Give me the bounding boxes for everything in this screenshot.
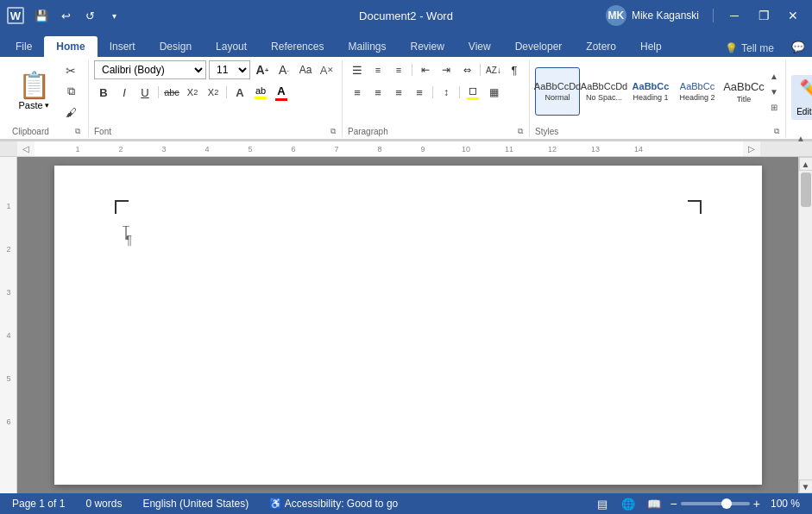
- tab-home[interactable]: Home: [44, 36, 97, 57]
- scroll-down-button[interactable]: ▼: [799, 480, 813, 493]
- font-row-1: Calibri (Body) 11 A+ A- Aa A✕: [94, 60, 337, 79]
- zoom-percent[interactable]: 100 %: [767, 496, 803, 511]
- svg-text:1: 1: [75, 145, 79, 154]
- tab-developer[interactable]: Developer: [503, 36, 575, 57]
- justify-button[interactable]: ≡: [410, 83, 429, 102]
- shrink-font-button[interactable]: A-: [274, 60, 293, 79]
- save-button[interactable]: 💾: [31, 5, 52, 26]
- scroll-thumb[interactable]: [801, 172, 811, 207]
- paragraph-group: ☰ ≡ ≡ ⇤ ⇥ ⇔ AZ↓ ¶ ≡ ≡ ≡ ≡ ↕: [343, 60, 530, 137]
- font-size-select[interactable]: 11: [209, 60, 250, 79]
- document-area[interactable]: ¶: [17, 157, 798, 493]
- clipboard-expand-icon[interactable]: ⧉: [74, 126, 81, 137]
- sort-button[interactable]: AZ↓: [484, 60, 503, 79]
- tab-design[interactable]: Design: [148, 36, 204, 57]
- print-layout-button[interactable]: ▤: [593, 494, 612, 513]
- format-painter-button[interactable]: 🖌: [60, 102, 81, 122]
- restore-button[interactable]: ❐: [752, 3, 776, 28]
- multilevel-list-button[interactable]: ≡: [389, 60, 408, 79]
- tab-layout[interactable]: Layout: [204, 36, 259, 57]
- tab-insert[interactable]: Insert: [98, 36, 148, 57]
- change-case-button[interactable]: Aa: [296, 60, 315, 79]
- status-words[interactable]: 0 words: [82, 496, 125, 511]
- tab-review[interactable]: Review: [398, 36, 456, 57]
- grow-font-button[interactable]: A+: [253, 60, 272, 79]
- clipboard-side: ✂ ⧉ 🖌: [57, 60, 81, 122]
- italic-button[interactable]: I: [115, 83, 134, 102]
- web-layout-button[interactable]: 🌐: [619, 494, 638, 513]
- zoom-thumb[interactable]: [721, 498, 732, 509]
- subscript-button[interactable]: X2: [183, 83, 202, 102]
- strikethrough-button[interactable]: abc: [162, 83, 181, 102]
- editing-button[interactable]: ✏️ Editing ▾: [791, 75, 812, 120]
- status-page[interactable]: Page 1 of 1: [9, 496, 68, 511]
- document-page[interactable]: ¶: [54, 166, 762, 485]
- borders-button[interactable]: ▦: [484, 83, 503, 102]
- style-heading1[interactable]: AaBbCc Heading 1: [628, 67, 673, 116]
- redo-button[interactable]: ↺: [79, 5, 100, 26]
- paste-label: Paste: [18, 100, 42, 110]
- scroll-track[interactable]: [799, 171, 813, 480]
- zoom-slider[interactable]: − +: [670, 497, 760, 511]
- style-no-spacing-label: No Spac...: [586, 93, 622, 102]
- bullets-button[interactable]: ☰: [348, 60, 367, 79]
- tab-mailings[interactable]: Mailings: [336, 36, 398, 57]
- style-title[interactable]: AaBbCc Title: [721, 67, 766, 116]
- font-group: Calibri (Body) 11 A+ A- Aa A✕ B I U abc: [89, 60, 343, 137]
- copy-button[interactable]: ⧉: [60, 81, 81, 102]
- shading-button[interactable]: ◻: [463, 83, 482, 102]
- increase-indent-button[interactable]: ⇥: [437, 60, 456, 79]
- zoom-track[interactable]: [681, 502, 750, 505]
- align-center-button[interactable]: ≡: [368, 83, 387, 102]
- clear-formatting-button[interactable]: A✕: [318, 60, 337, 79]
- decrease-indent-button[interactable]: ⇤: [416, 60, 435, 79]
- text-highlight-button[interactable]: ab: [251, 83, 270, 102]
- tab-view[interactable]: View: [456, 36, 503, 57]
- user-area[interactable]: MK Mike Kaganski: [601, 3, 704, 28]
- minimize-button[interactable]: ─: [722, 3, 746, 28]
- undo-button[interactable]: ↩: [55, 5, 76, 26]
- paragraph-expand-icon[interactable]: ⧉: [517, 126, 524, 137]
- styles-scroll-down-button[interactable]: ▼: [768, 84, 780, 99]
- tab-file[interactable]: File: [3, 36, 44, 57]
- editing-content: ✏️ Editing ▾: [791, 60, 812, 137]
- comments-button[interactable]: 💬: [788, 36, 809, 57]
- tab-references[interactable]: References: [259, 36, 336, 57]
- show-marks-button[interactable]: ¶: [505, 60, 524, 79]
- align-left-button[interactable]: ≡: [348, 83, 367, 102]
- scroll-up-button[interactable]: ▲: [799, 157, 813, 171]
- style-normal[interactable]: AaBbCcDd Normal: [535, 67, 580, 116]
- zoom-in-icon[interactable]: +: [753, 497, 760, 511]
- styles-scroll-up-button[interactable]: ▲: [768, 68, 780, 84]
- svg-text:12: 12: [548, 145, 557, 154]
- numbering-button[interactable]: ≡: [368, 60, 387, 79]
- cut-button[interactable]: ✂: [60, 60, 81, 81]
- superscript-button[interactable]: X2: [204, 83, 223, 102]
- mirror-indents-button[interactable]: ⇔: [457, 60, 476, 79]
- status-accessibility[interactable]: ♿ Accessibility: Good to go: [266, 496, 401, 511]
- tab-zotero[interactable]: Zotero: [574, 36, 628, 57]
- window-title: Document2 - Word: [359, 9, 453, 22]
- line-spacing-button[interactable]: ↕: [437, 83, 456, 102]
- bold-button[interactable]: B: [94, 83, 113, 102]
- clipboard-group: 📋 Paste ▾ ✂ ⧉ 🖌 Clipboard ⧉: [7, 60, 89, 137]
- paste-button[interactable]: 📋 Paste ▾: [12, 60, 55, 122]
- align-right-button[interactable]: ≡: [389, 83, 408, 102]
- close-button[interactable]: ✕: [781, 3, 805, 28]
- font-expand-icon[interactable]: ⧉: [330, 126, 337, 137]
- style-heading2[interactable]: AaBbCc Heading 2: [675, 67, 720, 116]
- styles-expand-icon[interactable]: ⧉: [773, 126, 780, 137]
- tab-help[interactable]: Help: [628, 36, 674, 57]
- tell-me-input[interactable]: 💡 Tell me: [718, 40, 781, 57]
- styles-expand-button[interactable]: ⊞: [768, 99, 780, 115]
- underline-button[interactable]: U: [135, 83, 154, 102]
- style-no-spacing[interactable]: AaBbCcDd No Spac...: [582, 67, 626, 116]
- customize-quick-access-button[interactable]: ▾: [104, 5, 124, 26]
- status-language[interactable]: English (United States): [139, 496, 252, 511]
- font-color-button[interactable]: A: [272, 83, 291, 102]
- styles-scroll: ▲ ▼ ⊞: [768, 68, 780, 115]
- text-effects-button[interactable]: A: [230, 83, 249, 102]
- read-mode-button[interactable]: 📖: [645, 494, 664, 513]
- font-family-select[interactable]: Calibri (Body): [94, 60, 206, 79]
- zoom-out-icon[interactable]: −: [670, 497, 677, 511]
